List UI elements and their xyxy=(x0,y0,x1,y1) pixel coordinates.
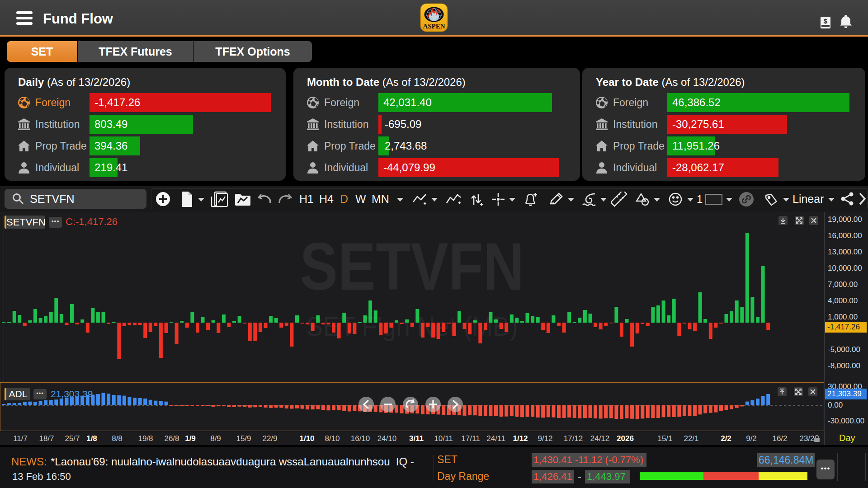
svg-text:$: $ xyxy=(824,17,828,25)
svg-text:ASPEN: ASPEN xyxy=(423,23,445,30)
